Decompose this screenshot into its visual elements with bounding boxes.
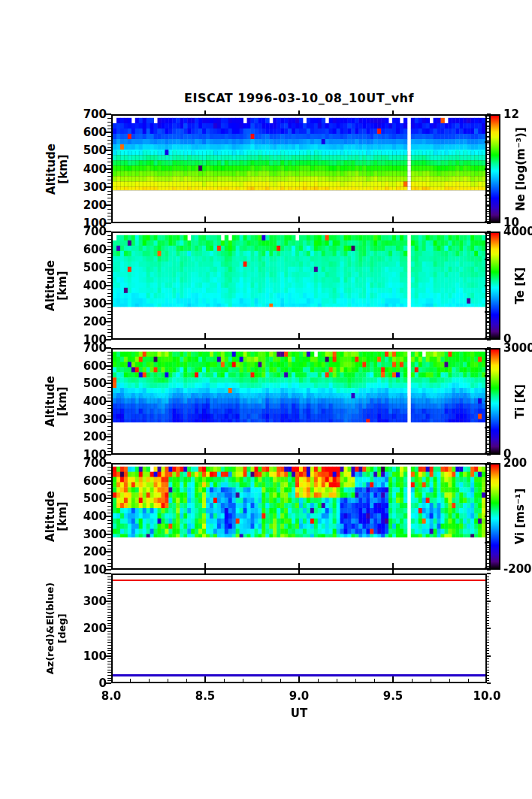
colorbar-tick (485, 168, 489, 170)
y-minor-tick (107, 307, 111, 308)
y-minor-tick (107, 373, 111, 374)
colorbar-tick (486, 206, 489, 207)
y-tick-label: 200 (71, 316, 107, 328)
x-minor-tick (243, 679, 243, 682)
colorbar-tick (486, 558, 489, 558)
colorbar-tick (486, 296, 489, 297)
y-minor-tick (107, 563, 111, 564)
y-minor-tick (107, 336, 111, 337)
y-minor-tick (107, 604, 111, 604)
y-minor-tick (107, 617, 111, 618)
y-major-tick-right (487, 601, 491, 602)
x-minor-tick (412, 679, 413, 682)
y-minor-tick-right (487, 672, 489, 673)
y-minor-tick (107, 426, 111, 427)
y-tick-label: 200 (71, 546, 107, 558)
y-minor-tick (107, 467, 111, 468)
y-minor-tick-right (487, 640, 489, 640)
colorbar-tick (486, 147, 489, 148)
x-minor-tick (130, 679, 131, 682)
x-major-tick-top (204, 344, 206, 348)
colorbar-tick (486, 174, 489, 175)
colorbar-tick (485, 141, 489, 143)
y-minor-tick (107, 555, 111, 556)
y-minor-tick (107, 430, 111, 431)
y-minor-tick (107, 549, 111, 549)
y-minor-tick (107, 440, 111, 441)
y-minor-tick (107, 577, 111, 577)
y-minor-tick (107, 219, 111, 220)
y-minor-tick-right (487, 650, 489, 651)
colorbar-tick (486, 470, 489, 471)
y-minor-tick-right (487, 670, 489, 670)
x-major-tick-bottom (392, 676, 394, 682)
vi-colorbar-gradient (491, 465, 499, 568)
y-minor-tick (107, 140, 111, 141)
y-minor-tick-right (487, 595, 489, 596)
y-tick-label: 400 (71, 510, 107, 522)
y-minor-tick-right (487, 637, 489, 637)
y-minor-tick (107, 661, 111, 662)
y-minor-tick (107, 545, 111, 546)
y-tick-label: 100 (71, 564, 107, 576)
colorbar-tick (485, 115, 489, 117)
y-tick-label: 500 (71, 377, 107, 389)
y-minor-tick (107, 595, 111, 596)
colorbar-tick (486, 153, 489, 153)
y-minor-tick (107, 191, 111, 192)
colorbar-tick (486, 291, 489, 292)
x-major-tick-top (204, 110, 206, 114)
colorbar-tick (486, 495, 489, 496)
colorbar-tick (486, 322, 489, 323)
y-minor-tick (107, 680, 111, 681)
y-minor-tick (107, 201, 111, 202)
colorbar-tick (486, 201, 489, 201)
colorbar-tick (486, 443, 489, 443)
te-heatmap-canvas (113, 233, 485, 338)
y-minor-tick (107, 615, 111, 616)
x-tick-label: 10.0 (468, 690, 506, 702)
colorbar-tick (486, 412, 489, 413)
y-minor-tick (107, 129, 111, 129)
colorbar-unit-label: Ne [log(m⁻³)] (514, 114, 527, 223)
colorbar-tick (485, 221, 489, 222)
y-minor-tick (107, 408, 111, 409)
colorbar-tick (486, 563, 489, 564)
colorbar-tick (486, 238, 489, 239)
y-minor-tick (107, 216, 111, 216)
colorbar-tick (486, 211, 489, 212)
colorbar-tick (486, 527, 489, 528)
colorbar-tick (485, 516, 489, 517)
colorbar-tick (486, 501, 489, 501)
x-major-tick-top (392, 110, 394, 114)
y-minor-tick (107, 391, 111, 392)
colorbar-tick (486, 360, 489, 361)
y-minor-tick (107, 587, 111, 588)
x-major-tick-top (392, 459, 394, 463)
y-minor-tick (107, 566, 111, 567)
colorbar-tick (486, 307, 489, 307)
y-minor-tick (107, 355, 111, 356)
colorbar-tick (486, 506, 489, 507)
x-minor-tick (186, 679, 187, 682)
x-minor-tick (374, 679, 375, 682)
x-minor-tick (261, 679, 262, 682)
y-tick-label: 200 (71, 622, 107, 634)
y-minor-tick (107, 405, 111, 406)
y-minor-tick-right (487, 598, 489, 599)
y-minor-tick (107, 176, 111, 177)
colorbar-tick (486, 391, 489, 392)
x-major-tick-top (298, 344, 300, 348)
y-minor-tick (107, 318, 111, 319)
colorbar-tick (485, 311, 489, 313)
y-minor-tick (107, 213, 111, 213)
y-minor-tick (107, 590, 111, 591)
y-tick-label: 0 (71, 677, 107, 689)
x-minor-tick (468, 679, 469, 682)
y-minor-tick (107, 198, 111, 198)
y-minor-tick (107, 474, 111, 474)
y-minor-tick (107, 271, 111, 272)
y-minor-tick (107, 194, 111, 195)
y-tick-label: 700 (71, 225, 107, 238)
colorbar-tick (486, 422, 489, 423)
